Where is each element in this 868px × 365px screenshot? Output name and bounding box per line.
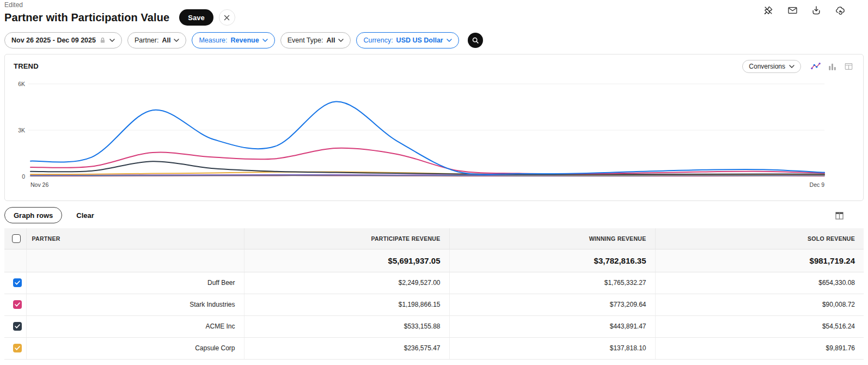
svg-text:Dec 9: Dec 9 — [810, 181, 825, 188]
table-row[interactable]: Duff Beer $2,249,527.00 $1,765,332.27 $6… — [4, 272, 864, 294]
chevron-down-icon — [262, 39, 268, 42]
bar-chart-type-button[interactable] — [825, 60, 839, 73]
participate-revenue-value: $2,249,527.00 — [244, 272, 449, 294]
clear-button[interactable]: Clear — [76, 211, 94, 220]
page-title: Partner with Participation Value — [4, 11, 169, 24]
edited-status: Edited — [4, 1, 864, 9]
trend-card: 03K6KNov 26Dec 9 TREND Conversions — [4, 54, 864, 201]
measure-filter[interactable]: Measure: Revenue — [192, 32, 274, 48]
solo-revenue-value: $90,008.72 — [655, 294, 864, 315]
svg-text:Nov 26: Nov 26 — [30, 181, 48, 188]
filter-bar: Nov 26 2025 - Dec 09 2025 Partner: All M… — [4, 32, 864, 48]
participate-revenue-value: $533,155.88 — [244, 315, 449, 337]
column-header-solo-revenue[interactable]: SOLO REVENUE — [655, 228, 864, 249]
measure-filter-value: Revenue — [231, 36, 259, 44]
partner-filter-value: All — [162, 36, 170, 44]
solo-revenue-value: $9,891.76 — [655, 337, 864, 359]
totals-row: $5,691,937.05 $3,782,816.35 $981,719.24 — [4, 249, 864, 272]
winning-revenue-value: $443,891.47 — [449, 315, 655, 337]
chevron-down-icon — [338, 39, 344, 42]
currency-filter[interactable]: Currency: USD US Dollar — [356, 32, 459, 48]
row-checkbox[interactable] — [13, 344, 22, 352]
search-button[interactable] — [468, 33, 483, 48]
close-icon — [224, 15, 230, 21]
svg-text:3K: 3K — [18, 127, 25, 133]
date-range-filter[interactable]: Nov 26 2025 - Dec 09 2025 — [4, 32, 122, 48]
row-checkbox[interactable] — [13, 300, 22, 309]
table-header-row: PARTNER PARTICIPATE REVENUE WINNING REVE… — [4, 228, 864, 249]
total-winning-revenue: $3,782,816.35 — [449, 249, 655, 272]
columns-icon — [835, 212, 843, 220]
chevron-down-icon — [789, 65, 794, 68]
participate-revenue-value: $1,198,866.15 — [244, 294, 449, 315]
unpin-icon — [763, 5, 774, 16]
table-icon — [844, 62, 853, 71]
chart-type-group — [809, 60, 855, 73]
table-row[interactable]: ACME Inc $533,155.88 $443,891.47 $54,516… — [4, 315, 864, 337]
partner-filter-label: Partner: — [135, 36, 158, 44]
partner-table: PARTNER PARTICIPATE REVENUE WINNING REVE… — [4, 228, 864, 360]
configure-columns-button[interactable] — [834, 211, 844, 221]
chevron-down-icon — [447, 39, 452, 42]
email-button[interactable] — [786, 4, 798, 16]
trend-controls: Conversions — [742, 60, 855, 73]
event-type-filter[interactable]: Event Type: All — [280, 32, 351, 48]
table-chart-type-button[interactable] — [841, 60, 855, 73]
line-chart-icon — [811, 62, 821, 71]
row-checkbox[interactable] — [13, 278, 22, 287]
solo-revenue-value: $654,330.08 — [655, 272, 864, 294]
winning-revenue-value: $137,818.10 — [449, 337, 655, 359]
lock-icon — [99, 36, 106, 44]
download-button[interactable] — [810, 4, 822, 16]
metric-selector[interactable]: Conversions — [742, 60, 801, 73]
winning-revenue-value: $1,765,332.27 — [449, 272, 655, 294]
participate-revenue-value: $236,575.47 — [244, 337, 449, 359]
event-type-filter-label: Event Type: — [288, 36, 323, 44]
save-button[interactable]: Save — [179, 9, 213, 26]
partner-name[interactable]: ACME Inc — [26, 315, 244, 337]
row-checkbox[interactable] — [13, 322, 22, 331]
svg-text:6K: 6K — [18, 81, 25, 87]
total-participate-revenue: $5,691,937.05 — [244, 249, 449, 272]
analytics-workspace: Edited Partner with Participation Value … — [0, 0, 868, 365]
partner-name[interactable]: Capsule Corp — [26, 337, 244, 359]
date-range-label: Nov 26 2025 - Dec 09 2025 — [11, 36, 96, 44]
trend-chart: 03K6KNov 26Dec 9 — [5, 54, 864, 200]
search-icon — [472, 36, 479, 44]
top-actions — [762, 4, 846, 16]
close-button[interactable] — [219, 9, 235, 26]
column-header-partner[interactable]: PARTNER — [26, 228, 244, 249]
svg-text:0: 0 — [22, 173, 25, 180]
chevron-down-icon — [109, 39, 115, 42]
unpin-button[interactable] — [762, 4, 774, 16]
currency-filter-label: Currency: — [363, 36, 393, 44]
table-row[interactable]: Stark Industries $1,198,866.15 $773,209.… — [4, 294, 864, 315]
cloud-download-button[interactable] — [834, 4, 846, 16]
table-row[interactable]: Capsule Corp $236,575.47 $137,818.10 $9,… — [4, 337, 864, 359]
column-header-winning-revenue[interactable]: WINNING REVENUE — [449, 228, 655, 249]
trend-title: TREND — [14, 62, 39, 70]
chevron-down-icon — [174, 39, 179, 42]
bar-chart-icon — [828, 62, 837, 71]
solo-revenue-value: $54,516.24 — [655, 315, 864, 337]
email-icon — [787, 5, 798, 16]
metric-selector-value: Conversions — [749, 63, 785, 70]
cloud-download-icon — [834, 5, 846, 16]
measure-filter-label: Measure: — [199, 36, 227, 44]
event-type-filter-value: All — [326, 36, 335, 44]
rows-toolbar: Graph rows Clear — [4, 206, 864, 224]
currency-filter-value: USD US Dollar — [396, 36, 443, 44]
titlebar: Edited Partner with Participation Value … — [0, 0, 868, 26]
partner-filter[interactable]: Partner: All — [127, 32, 186, 48]
winning-revenue-value: $773,209.64 — [449, 294, 655, 315]
line-chart-type-button[interactable] — [809, 60, 823, 73]
partner-name[interactable]: Duff Beer — [26, 272, 244, 294]
total-solo-revenue: $981,719.24 — [655, 249, 864, 272]
partner-name[interactable]: Stark Industries — [26, 294, 244, 315]
graph-rows-button[interactable]: Graph rows — [4, 207, 62, 223]
download-icon — [811, 5, 822, 16]
column-header-participate-revenue[interactable]: PARTICIPATE REVENUE — [244, 228, 449, 249]
select-all-checkbox[interactable] — [12, 234, 21, 243]
